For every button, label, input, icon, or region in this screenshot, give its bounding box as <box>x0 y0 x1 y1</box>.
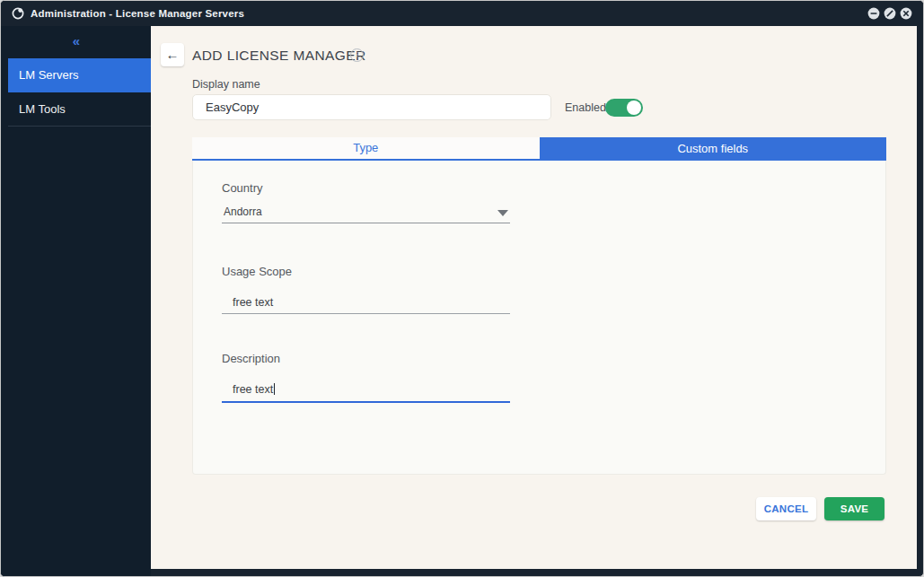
block-icon[interactable] <box>884 7 896 20</box>
sidebar: « LM Servers LM Tools <box>1 26 151 576</box>
usage-scope-value: free text <box>233 296 273 309</box>
app-window: Administration - License Manager Servers… <box>0 0 924 577</box>
chevron-down-icon <box>497 210 508 216</box>
custom-fields-panel: Country Andorra Usage Scope free text De… <box>192 161 886 475</box>
tab-type[interactable]: Type <box>192 137 540 161</box>
app-logo-icon <box>11 6 25 21</box>
description-label: Description <box>222 352 280 365</box>
country-label: Country <box>222 181 263 195</box>
close-icon[interactable] <box>900 7 912 20</box>
minimize-icon[interactable] <box>867 7 880 20</box>
page-title: ADD LICENSE MANAGER <box>192 48 366 64</box>
usage-scope-input[interactable]: free text <box>222 293 510 314</box>
sidebar-collapse-row: « <box>1 26 151 58</box>
save-button[interactable]: SAVE <box>824 497 884 520</box>
cancel-button[interactable]: CANCEL <box>756 497 816 520</box>
window-title: Administration - License Manager Servers <box>31 1 244 26</box>
window-controls <box>867 7 912 20</box>
sidebar-item-lm-tools[interactable]: LM Tools <box>8 92 151 127</box>
main-content: ← ADD LICENSE MANAGER i Display name Eas… <box>151 26 917 569</box>
usage-scope-label: Usage Scope <box>222 265 292 278</box>
tab-custom-fields[interactable]: Custom fields <box>540 137 887 161</box>
tab-bar: Type Custom fields <box>192 137 886 161</box>
toggle-knob <box>627 101 641 115</box>
description-value: free text <box>233 383 273 396</box>
info-icon[interactable]: i <box>350 48 364 62</box>
description-input[interactable]: free text <box>222 380 510 403</box>
display-name-input[interactable]: EasyCopy <box>192 94 551 120</box>
collapse-sidebar-icon[interactable]: « <box>73 33 79 48</box>
enabled-label: Enabled <box>565 101 606 114</box>
country-select[interactable]: Andorra <box>222 202 510 223</box>
country-select-value: Andorra <box>224 205 262 218</box>
title-bar: Administration - License Manager Servers <box>1 1 923 26</box>
display-name-label: Display name <box>192 78 260 91</box>
enabled-toggle[interactable] <box>605 99 643 117</box>
text-caret <box>274 383 275 395</box>
sidebar-item-lm-servers[interactable]: LM Servers <box>8 58 151 92</box>
back-button[interactable]: ← <box>161 43 184 66</box>
